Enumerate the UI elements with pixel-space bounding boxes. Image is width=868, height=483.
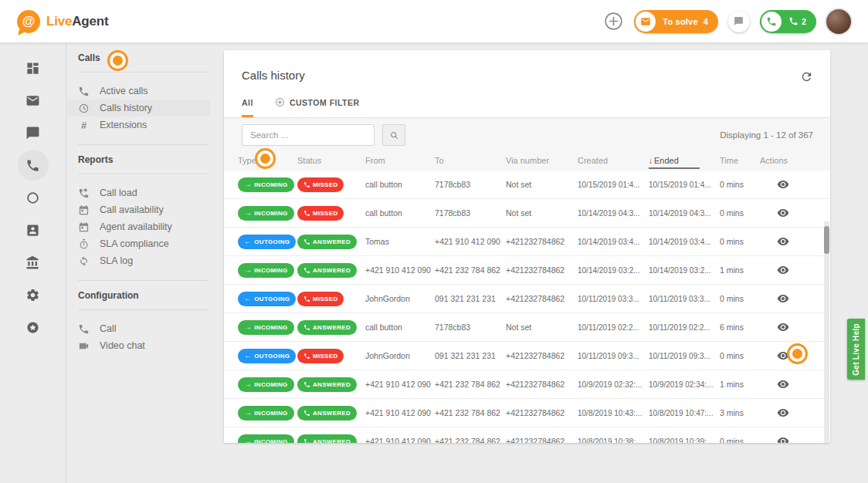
sidebar-item-call-load[interactable]: Call load bbox=[78, 184, 209, 201]
rail-item-envelope[interactable] bbox=[18, 85, 49, 116]
liveagent-logo-text: LiveAgent bbox=[46, 14, 108, 29]
table-row[interactable]: →INCOMINGANSWERED+421 910 412 090+421 23… bbox=[224, 399, 830, 427]
rail-item-bank[interactable] bbox=[18, 247, 49, 278]
eye-icon bbox=[777, 350, 789, 362]
page-title: Calls history bbox=[242, 69, 305, 82]
cell-time: 1 mins bbox=[720, 380, 760, 389]
rail-item-phone[interactable] bbox=[18, 150, 49, 181]
badge-missed: MISSED bbox=[297, 177, 344, 192]
cell-status: ANSWERED bbox=[297, 377, 365, 392]
sidebar-section-reports: ReportsCall loadCall availabilityAgent a… bbox=[78, 144, 209, 272]
view-call-button[interactable] bbox=[777, 178, 789, 191]
badge-label: INCOMING bbox=[254, 181, 287, 188]
view-call-button[interactable] bbox=[777, 292, 789, 305]
view-call-button[interactable] bbox=[777, 321, 789, 333]
cell-type: →INCOMING bbox=[238, 320, 297, 335]
badge-label: ANSWERED bbox=[313, 238, 351, 245]
sidebar-item-call-availability[interactable]: Call availability bbox=[78, 201, 209, 218]
sidebar-item-video-chat[interactable]: Video chat bbox=[78, 337, 209, 354]
sidebar-item-label: Call availability bbox=[100, 204, 164, 215]
column-header-status[interactable]: Status bbox=[297, 156, 365, 165]
search-button[interactable] bbox=[382, 124, 405, 146]
column-header-actions[interactable]: Actions bbox=[760, 156, 830, 165]
sidebar-item-call[interactable]: Call bbox=[78, 320, 209, 337]
hash-icon: # bbox=[78, 120, 90, 131]
cell-time: 6 mins bbox=[720, 323, 760, 332]
table-row[interactable]: ←OUTGOINGMISSEDJohnGordon091 321 231 231… bbox=[224, 342, 830, 370]
sidebar-item-sla-log[interactable]: SLA log bbox=[78, 252, 209, 269]
sidebar-section-title: Reports bbox=[78, 154, 209, 174]
cell-via-number: Not set bbox=[506, 208, 578, 218]
column-label: Time bbox=[720, 156, 738, 165]
to-solve-button[interactable]: To solve 4 bbox=[634, 10, 718, 33]
cell-ended: 10/11/2019 09:3... bbox=[649, 352, 720, 360]
sidebar-item-agent-availability[interactable]: Agent availability bbox=[78, 218, 209, 235]
cell-actions bbox=[760, 264, 830, 276]
column-header-time[interactable]: Time bbox=[720, 156, 760, 165]
table-row[interactable]: →INCOMINGANSWEREDcall button7178cb83Not … bbox=[224, 313, 830, 342]
view-call-button[interactable] bbox=[777, 378, 789, 390]
phone-icon bbox=[303, 181, 310, 188]
calls-indicator-button[interactable]: 2 bbox=[760, 10, 816, 33]
sidebar-item-label: Active calls bbox=[100, 86, 148, 96]
cell-time: 1 mins bbox=[720, 265, 760, 275]
view-call-button[interactable] bbox=[777, 350, 789, 362]
view-call-button[interactable] bbox=[777, 207, 789, 219]
rail-item-circle[interactable] bbox=[18, 182, 49, 213]
sidebar-item-active-calls[interactable]: Active calls bbox=[67, 83, 224, 100]
column-header-to[interactable]: To bbox=[435, 156, 506, 165]
cell-ended: 10/9/2019 02:34:... bbox=[649, 380, 720, 389]
sidebar: CallsActive callsCalls history#Extension… bbox=[67, 43, 224, 483]
user-avatar[interactable] bbox=[826, 9, 851, 34]
rail-item-gear[interactable] bbox=[18, 279, 49, 310]
rail-item-contact-card[interactable] bbox=[18, 214, 49, 245]
column-header-ended[interactable]: ↓Ended bbox=[649, 156, 720, 165]
calendar-icon bbox=[78, 204, 90, 216]
sidebar-item-sla-compliance[interactable]: SLA compliance bbox=[78, 235, 209, 252]
search-icon bbox=[389, 130, 399, 140]
cell-from: JohnGordon bbox=[365, 351, 435, 360]
cell-created: 10/8/2019 10:38:... bbox=[578, 437, 649, 444]
view-call-button[interactable] bbox=[777, 235, 789, 248]
add-new-button[interactable] bbox=[603, 11, 624, 32]
view-call-button[interactable] bbox=[777, 264, 789, 276]
rail-item-star-badge[interactable] bbox=[18, 312, 49, 343]
phone-icon bbox=[303, 353, 310, 360]
gear-icon bbox=[25, 288, 40, 302]
refresh-button[interactable] bbox=[800, 70, 813, 83]
table-row[interactable]: →INCOMINGANSWERED+421 910 412 090+421 23… bbox=[224, 370, 830, 399]
tab-all[interactable]: All bbox=[242, 97, 253, 117]
column-header-created[interactable]: Created bbox=[578, 156, 649, 165]
sidebar-section-calls: CallsActive callsCalls history#Extension… bbox=[67, 52, 224, 137]
column-header-via-number[interactable]: Via number bbox=[506, 156, 578, 165]
rail-item-chat[interactable] bbox=[18, 117, 49, 148]
badge-label: OUTGOING bbox=[254, 296, 290, 302]
view-call-button[interactable] bbox=[777, 435, 789, 443]
liveagent-logo[interactable]: @ LiveAgent bbox=[17, 10, 108, 33]
table-row[interactable]: →INCOMINGANSWERED+421 910 412 090+421 23… bbox=[224, 427, 830, 443]
phone-icon bbox=[766, 16, 777, 27]
table-row[interactable]: →INCOMINGANSWERED+421 910 412 090+421 23… bbox=[224, 256, 830, 285]
sidebar-item-calls-history[interactable]: Calls history bbox=[67, 100, 210, 117]
cell-time: 0 mins bbox=[720, 180, 760, 189]
sidebar-item-extensions[interactable]: #Extensions bbox=[67, 117, 224, 133]
cell-to: 7178cb83 bbox=[435, 208, 506, 218]
badge-answered: ANSWERED bbox=[297, 406, 357, 421]
rail-item-dashboard[interactable] bbox=[18, 52, 49, 83]
get-live-help-tab[interactable]: Get Live Help bbox=[847, 319, 865, 380]
column-header-from[interactable]: From bbox=[365, 156, 435, 165]
search-input[interactable] bbox=[242, 124, 375, 146]
sidebar-item-label: SLA compliance bbox=[100, 238, 169, 249]
cell-created: 10/11/2019 02:2... bbox=[578, 323, 649, 332]
chats-indicator-button[interactable] bbox=[728, 11, 750, 32]
cell-to: +421 910 412 090 bbox=[435, 237, 506, 246]
arrow-right-icon: → bbox=[244, 209, 252, 217]
table-row[interactable]: →INCOMINGMISSEDcall button7178cb83Not se… bbox=[224, 199, 830, 228]
table-row[interactable]: ←OUTGOINGMISSEDJohnGordon091 321 231 231… bbox=[224, 285, 830, 313]
tab-custom-filter[interactable]: CUSTOM FILTER bbox=[275, 97, 360, 117]
table-row[interactable]: →INCOMINGMISSEDcall button7178cb83Not se… bbox=[224, 171, 830, 199]
scrollbar-thumb[interactable] bbox=[824, 226, 829, 254]
table-row[interactable]: ←OUTGOINGANSWEREDTomas+421 910 412 090+4… bbox=[224, 228, 830, 256]
view-call-button[interactable] bbox=[777, 407, 789, 419]
search-row: Displaying 1 - 12 of 367 bbox=[224, 118, 830, 150]
